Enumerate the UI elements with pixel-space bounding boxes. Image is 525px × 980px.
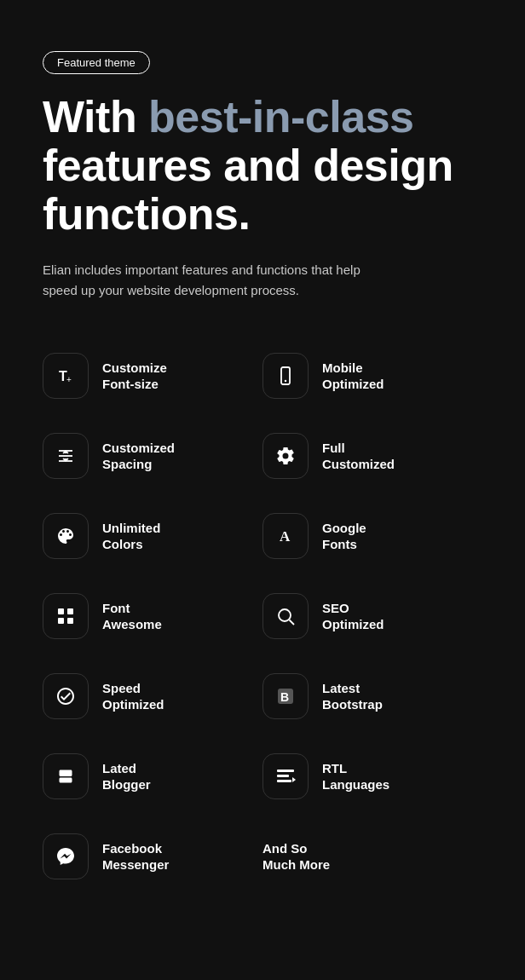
and-more-label: And SoMuch More [262,840,330,873]
svg-rect-18 [277,780,291,782]
featured-badge: Featured theme [43,51,150,74]
facebook-messenger-icon-wrap [43,833,89,879]
feature-latest-bootstrap: B LatestBootstrap [262,658,482,735]
feature-label: FontAwesome [102,600,162,633]
headline-prefix: With [43,92,148,141]
customized-spacing-icon-wrap [43,433,89,479]
seo-optimized-icon-wrap [262,593,309,639]
feature-label: FacebookMessenger [102,840,169,873]
svg-rect-17 [277,775,289,777]
feature-label: CustomizedSpacing [102,440,175,473]
google-a-icon: A [275,526,296,546]
feature-seo-optimized: SEOOptimized [262,578,482,654]
svg-rect-16 [277,770,294,772]
rtl-languages-icon-wrap [262,753,309,799]
feature-label: CustomizeFont-size [102,360,167,393]
feature-lated-blogger: LatedBlogger [43,738,262,815]
feature-label: LatestBootstrap [322,680,383,713]
description: Elian includes important features and fu… [43,260,366,303]
mobile-icon [275,366,296,386]
feature-speed-optimized: SpeedOptimized [43,658,262,735]
feature-google-fonts: A GoogleFonts [262,498,482,574]
feature-full-customized: FullCustomized [262,418,482,494]
features-grid: T + CustomizeFont-size MobileOptimized [43,337,482,895]
blogger-icon [55,766,76,787]
svg-rect-8 [58,608,64,614]
headline: With best-in-classfeatures and designfun… [43,93,482,239]
mobile-optimized-icon-wrap [262,353,309,399]
spacing-icon [55,446,76,466]
font-awesome-icon [55,606,76,626]
feature-label: MobileOptimized [322,360,384,393]
speed-optimized-icon-wrap [43,673,89,719]
gear-icon [275,446,296,466]
latest-bootstrap-icon-wrap: B [262,673,309,719]
feature-font-awesome: FontAwesome [43,578,262,654]
svg-text:+: + [66,375,72,384]
google-fonts-icon-wrap: A [262,513,309,559]
feature-label: LatedBlogger [102,760,151,793]
feature-label: FullCustomized [322,440,395,473]
feature-label: GoogleFonts [322,520,366,553]
feature-label: SpeedOptimized [102,680,164,713]
search-icon [275,606,296,626]
svg-text:A: A [280,528,291,545]
feature-label: RTLLanguages [322,760,389,793]
feature-and-more: And SoMuch More [262,818,482,895]
bootstrap-icon: B [275,686,296,706]
feature-unlimited-colors: UnlimitedColors [43,498,262,574]
font-size-icon: T + [55,366,76,386]
speed-icon [55,686,76,706]
svg-rect-10 [58,618,64,624]
lated-blogger-icon-wrap [43,753,89,799]
feature-label: UnlimitedColors [102,520,160,553]
unlimited-colors-icon-wrap [43,513,89,559]
svg-rect-9 [67,608,73,614]
feature-facebook-messenger: FacebookMessenger [43,818,262,895]
feature-customize-font-size: T + CustomizeFont-size [43,337,262,414]
feature-customized-spacing: CustomizedSpacing [43,418,262,494]
svg-rect-11 [67,618,73,624]
svg-point-12 [279,609,291,621]
svg-text:B: B [280,690,289,704]
feature-rtl-languages: RTLLanguages [262,738,482,815]
rtl-icon [275,766,296,787]
headline-accent: best-in-class [148,92,413,141]
svg-line-13 [290,620,295,625]
feature-mobile-optimized: MobileOptimized [262,337,482,414]
feature-label: SEOOptimized [322,600,384,633]
palette-icon [55,526,76,546]
full-customized-icon-wrap [262,433,309,479]
font-awesome-icon-wrap [43,593,89,639]
messenger-icon [55,846,76,867]
customize-font-size-icon-wrap: T + [43,353,89,399]
